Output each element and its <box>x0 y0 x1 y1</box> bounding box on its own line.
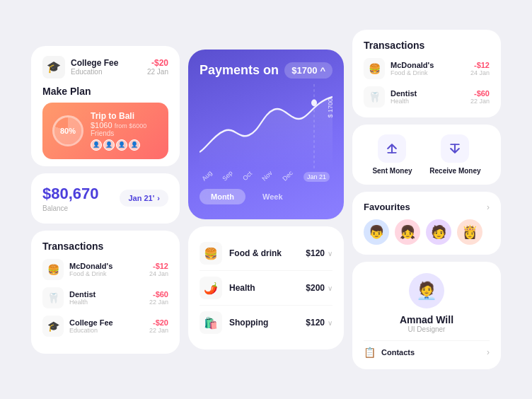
profile-card: 🧑‍💼 Amnad Will UI Designer 📋 Contacts › <box>352 262 501 369</box>
college-fee-category: Education <box>71 68 118 76</box>
txn-date-3: 22 Jan <box>149 327 168 334</box>
sent-money-label: Sent Money <box>372 167 412 175</box>
chart-label-sep: Sep <box>221 169 236 184</box>
receive-money-icon <box>441 134 469 163</box>
r-txn-amt-2: -$60 <box>470 89 490 98</box>
graduation-icon: 🎓 <box>42 56 65 79</box>
actions-card: Sent Money Receive Money <box>352 125 501 185</box>
profile-avatar-wrap: 🧑‍💼 <box>364 273 490 308</box>
chart-y-label: $ 1700 <box>327 98 334 118</box>
left-transactions-section: Transactions 🍔 McDonald's Food & Drink -… <box>31 231 180 354</box>
r-txn-date-1: 24 Jan <box>470 69 490 76</box>
txn-name-3: College Fee <box>69 318 113 327</box>
chevron-down-icon-3: ∨ <box>328 319 332 327</box>
favourites-chevron-icon[interactable]: › <box>487 202 490 212</box>
chevron-down-icon: ∨ <box>328 250 332 258</box>
r-txn-cat-1: Food & Drink <box>391 69 434 76</box>
chart-svg <box>200 84 332 169</box>
tab-week[interactable]: Week <box>251 189 294 204</box>
txn-date-1: 24 Jan <box>149 270 168 277</box>
table-row[interactable]: 🍔 McDonald's Food & Drink -$12 24 Jan <box>364 58 490 79</box>
cat-name-shopping: Shopping <box>229 318 268 328</box>
plan-amount: $1060 from $6000 <box>91 121 146 129</box>
balance-left: $80,670 Balance <box>42 185 99 212</box>
plan-info: Trip to Bali $1060 from $6000 Friends 👤 … <box>91 111 146 151</box>
chart-labels: Aug Sep Oct Nov Dec Jan 21 <box>200 172 332 182</box>
table-row[interactable]: 🦷 Dentist Health -$60 22 Jan <box>42 287 168 308</box>
fav-avatar-1[interactable]: 👦 <box>364 219 389 245</box>
fav-avatar-3[interactable]: 🧑 <box>426 219 451 245</box>
chart-label-jan: Jan 21 <box>303 172 330 182</box>
chart-amount: $1700 ^ <box>284 62 332 79</box>
balance-card: $80,670 Balance Jan 21' › <box>31 173 180 224</box>
cat-amt-food: $120 <box>306 248 325 258</box>
college-fee-info: College Fee Education <box>71 58 118 76</box>
cat-name-health: Health <box>229 283 255 293</box>
r-txn-name-2: Dentist <box>391 89 417 98</box>
table-row[interactable]: 🍔 McDonald's Food & Drink -$12 24 Jan <box>42 259 168 280</box>
list-item[interactable]: 🛍️ Shopping $120 ∨ <box>200 306 332 340</box>
tab-month[interactable]: Month <box>200 189 245 204</box>
chevron-up-icon: ^ <box>320 65 325 76</box>
cat-name-food: Food & drink <box>229 248 282 258</box>
txn-cat-3: Education <box>69 327 113 334</box>
table-row[interactable]: 🎓 College Fee Education -$20 22 Jan <box>42 316 168 337</box>
cat-amt-health: $200 <box>306 283 325 293</box>
food-icon: 🍔 <box>42 259 64 280</box>
chart-label-aug: Aug <box>200 169 215 184</box>
sent-money-action[interactable]: Sent Money <box>372 134 412 175</box>
txn-name-1: McDonald's <box>69 262 112 270</box>
chart-tabs: Month Week <box>200 189 332 204</box>
contacts-chevron-icon: › <box>487 347 490 357</box>
chart-card: Payments on $1700 ^ $ 1700 <box>188 50 344 219</box>
r-txn-date-2: 22 Jan <box>470 98 490 105</box>
plan-avatar-1: 👤 <box>91 139 102 151</box>
chart-label-oct: Oct <box>241 170 255 184</box>
chart-label-dec: Dec <box>281 169 296 184</box>
list-item[interactable]: 🌶️ Health $200 ∨ <box>200 271 332 306</box>
college-fee-amount: -$20 22 Jan <box>147 58 168 76</box>
profile-avatar: 🧑‍💼 <box>409 273 444 308</box>
fav-avatar-2[interactable]: 👧 <box>395 219 420 245</box>
top-card: 🎓 College Fee Education -$20 22 Jan Make… <box>31 46 180 166</box>
plan-avatar-2: 👤 <box>103 139 115 151</box>
dentist-icon-right: 🦷 <box>364 86 385 108</box>
left-panel: 🎓 College Fee Education -$20 22 Jan Make… <box>31 46 180 354</box>
contacts-icon: 📋 <box>364 347 376 358</box>
plan-avatar-3: 👤 <box>116 139 127 151</box>
balance-date-button[interactable]: Jan 21' › <box>120 190 168 207</box>
chevron-down-icon-2: ∨ <box>328 284 332 292</box>
middle-panel: Payments on $1700 ^ $ 1700 <box>188 50 344 349</box>
categories-card: 🍔 Food & drink $120 ∨ 🌶️ Health $200 ∨ 🛍… <box>188 226 344 349</box>
table-row[interactable]: 🦷 Dentist Health -$60 22 Jan <box>364 86 490 108</box>
txn-amt-3: -$20 <box>149 318 168 327</box>
favourites-title: Favourites <box>364 202 410 212</box>
favourites-avatars: 👦 👧 🧑 👸 <box>364 219 490 245</box>
chart-area: $ 1700 <box>200 84 332 169</box>
receive-money-action[interactable]: Receive Money <box>429 134 480 175</box>
make-plan-label: Make Plan <box>42 86 168 97</box>
chart-header: Payments on $1700 ^ <box>200 62 332 79</box>
list-item[interactable]: 🍔 Food & drink $120 ∨ <box>200 236 332 271</box>
plan-title: Trip to Bali <box>91 111 146 121</box>
contacts-label: Contacts <box>381 348 415 357</box>
fav-avatar-4[interactable]: 👸 <box>457 219 482 245</box>
profile-role: UI Designer <box>364 325 490 333</box>
plan-friends-label: Friends <box>91 129 146 137</box>
r-txn-cat-2: Health <box>391 98 417 105</box>
chart-label-nov: Nov <box>260 169 275 184</box>
contacts-row[interactable]: 📋 Contacts › <box>364 340 490 358</box>
favourites-header: Favourites › <box>364 202 490 212</box>
r-txn-name-1: McDonald's <box>391 61 434 69</box>
txn-amt-2: -$60 <box>149 290 168 299</box>
balance-label: Balance <box>42 204 99 212</box>
r-txn-amt-1: -$12 <box>470 61 490 69</box>
plan-banner[interactable]: 80% Trip to Bali $1060 from $6000 Friend… <box>42 103 168 159</box>
college-fee-value: -$20 <box>147 58 168 68</box>
shopping-category-icon: 🛍️ <box>200 311 222 334</box>
plan-avatars: 👤 👤 👤 👤 <box>91 139 146 151</box>
college-fee-name: College Fee <box>71 58 118 68</box>
right-transactions-title: Transactions <box>364 40 490 51</box>
college-fee-left: 🎓 College Fee Education <box>42 56 118 79</box>
txn-date-2: 22 Jan <box>149 299 168 306</box>
